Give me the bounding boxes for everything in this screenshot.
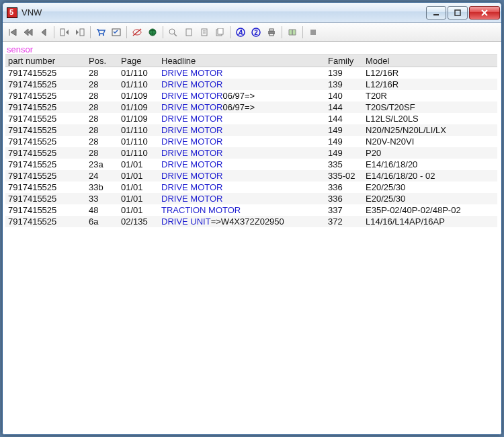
window-title: VNW [22,7,42,17]
table-row[interactable]: 79174155252801/110DRIVE MOTOR149N20V-N20… [5,136,497,147]
cell-pos: 48 [86,204,118,216]
cell-model: L12LS/L20LS [363,113,497,124]
headline-link[interactable]: TRACTION MOTOR [161,205,241,215]
prev-set-icon[interactable] [21,25,36,40]
cell-headline: DRIVE MOTOR06/97=> [159,90,325,102]
app-window: VNW A 2 [2,2,502,435]
prev-icon[interactable] [36,25,51,40]
print-icon[interactable] [264,25,279,40]
headline-link[interactable]: DRIVE MOTOR [161,79,223,89]
headline-link[interactable]: DRIVE MOTOR [161,194,223,204]
table-row[interactable]: 79174155252801/110DRIVE MOTOR149P20 [5,147,497,159]
book-icon[interactable] [285,25,300,40]
table-row[interactable]: 79174155252801/109DRIVE MOTOR06/97=>140T… [5,90,497,102]
cell-part: 7917415525 [5,102,86,113]
table-row[interactable]: 79174155253301/01DRIVE MOTOR336E20/25/30 [5,193,497,204]
zoom-icon[interactable] [166,25,181,40]
cell-headline: DRIVE MOTOR [159,170,325,182]
headline-link[interactable]: DRIVE MOTOR [161,68,223,78]
table-row[interactable]: 79174155252801/110DRIVE MOTOR139L12/16R [5,67,497,79]
cell-pos: 28 [86,67,118,79]
svg-text:A: A [237,29,243,36]
svg-point-4 [99,34,100,35]
bookmark-prev-icon[interactable] [57,25,72,40]
svg-rect-2 [60,29,65,36]
cell-model: L12/16R [363,79,497,90]
col-part-header[interactable]: part number [5,55,86,67]
table-row[interactable]: 79174155252801/109DRIVE MOTOR144L12LS/L2… [5,113,497,124]
svg-rect-3 [80,29,84,36]
cell-page: 01/01 [118,204,159,216]
maximize-button[interactable] [448,6,468,19]
titlebar: VNW [3,3,501,23]
table-row[interactable]: 791741552523a01/01DRIVE MOTOR335E14/16/1… [5,159,497,170]
cell-model: N20V-N20VI [363,136,497,147]
letter-a-icon[interactable]: A [233,25,248,40]
cell-part: 7917415525 [5,90,86,102]
cell-family: 336 [325,193,363,204]
headline-link[interactable]: DRIVE MOTOR [161,102,223,112]
table-header-row: part number Pos. Page Headline Family Mo… [5,55,497,67]
filter-text: sensor [5,43,497,54]
close-button[interactable] [469,6,500,19]
cart-icon[interactable] [93,25,108,40]
eye-off-icon[interactable] [130,25,144,40]
cell-family: 337 [325,204,363,216]
cell-part: 7917415525 [5,204,86,216]
checklist-icon[interactable] [109,25,124,40]
headline-link[interactable]: DRIVE MOTOR [161,182,223,192]
cell-pos: 28 [86,79,118,90]
cell-part: 7917415525 [5,147,86,159]
cell-pos: 24 [86,170,118,182]
cell-model: T20S/T20SF [363,102,497,113]
headline-link[interactable]: DRIVE MOTOR [161,136,223,147]
cell-pos: 28 [86,147,118,159]
table-row[interactable]: 79174155252801/110DRIVE MOTOR139L12/16R [5,79,497,90]
table-row[interactable]: 79174155252801/110DRIVE MOTOR149N20/N25/… [5,124,497,136]
headline-link[interactable]: DRIVE MOTOR [161,125,223,135]
page-icon[interactable] [181,25,196,40]
cell-family: 149 [325,147,363,159]
table-row[interactable]: 79174155256a02/135DRIVE UNIT=>W4X372Z029… [5,216,497,227]
cell-headline: DRIVE MOTOR [159,159,325,170]
cell-pos: 33 [86,193,118,204]
table-row[interactable]: 79174155252401/01DRIVE MOTOR335-02E14/16… [5,170,497,182]
cell-headline: DRIVE MOTOR [159,113,325,124]
table-row[interactable]: 79174155252801/109DRIVE MOTOR06/97=>144T… [5,102,497,113]
svg-point-5 [103,34,104,35]
col-pos-header[interactable]: Pos. [86,55,118,67]
letter-2-icon[interactable]: 2 [249,25,263,40]
page3-icon[interactable] [212,25,227,40]
headline-link[interactable]: DRIVE MOTOR [161,148,223,158]
headline-link[interactable]: DRIVE MOTOR [161,171,223,181]
svg-rect-1 [455,10,460,15]
cell-model: E20/25/30 [363,182,497,193]
svg-rect-13 [202,29,207,36]
headline-link[interactable]: DRIVE UNIT [161,216,211,227]
col-family-header[interactable]: Family [325,55,363,67]
headline-link[interactable]: DRIVE MOTOR [161,91,223,101]
bookmark-next-icon[interactable] [73,25,87,40]
cell-headline: DRIVE MOTOR [159,124,325,136]
col-page-header[interactable]: Page [118,55,159,67]
cell-page: 01/01 [118,159,159,170]
col-model-header[interactable]: Model [363,55,497,67]
cell-family: 372 [325,216,363,227]
cell-page: 01/110 [118,124,159,136]
cell-part: 7917415525 [5,216,86,227]
cell-model: T20R [363,90,497,102]
cell-headline: DRIVE MOTOR [159,79,325,90]
first-icon[interactable] [5,25,20,40]
headline-link[interactable]: DRIVE MOTOR [161,159,223,169]
stop-icon[interactable] [306,25,321,40]
cell-family: 149 [325,136,363,147]
page2-icon[interactable] [197,25,212,40]
minimize-button[interactable] [426,6,446,19]
svg-line-11 [174,34,177,36]
table-row[interactable]: 791741552533b01/01DRIVE MOTOR336E20/25/3… [5,182,497,193]
headline-link[interactable]: DRIVE MOTOR [161,114,223,124]
globe-icon[interactable] [145,25,160,40]
cell-pos: 23a [86,159,118,170]
col-headline-header[interactable]: Headline [159,55,325,67]
table-row[interactable]: 79174155254801/01TRACTION MOTOR337E35P-0… [5,204,497,216]
